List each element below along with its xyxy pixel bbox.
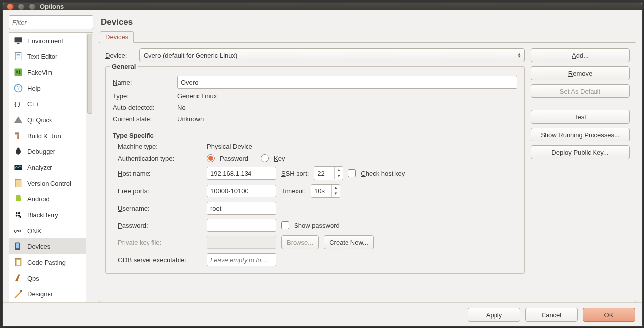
category-label: Help [27, 85, 41, 92]
machine-type-label: Machine type: [118, 143, 202, 150]
password-label: Password: [118, 222, 202, 229]
category-item[interactable]: { }C++ [9, 96, 86, 112]
category-item[interactable]: Debugger [9, 143, 86, 159]
designer-icon [13, 289, 23, 299]
auth-type-label: Authentication type: [118, 155, 202, 162]
category-item[interactable]: Build & Run [9, 128, 86, 143]
filter-input[interactable] [9, 15, 93, 29]
scrollbar-thumb[interactable] [87, 34, 92, 114]
show-password-label: Show password [294, 222, 340, 229]
check-host-key-checkbox[interactable] [348, 169, 356, 177]
add-button[interactable]: Add... [531, 48, 630, 62]
ok-button[interactable]: OK [583, 308, 635, 322]
show-password-checkbox[interactable] [281, 221, 289, 229]
svg-marker-11 [14, 116, 23, 123]
category-item[interactable]: Version Control [9, 175, 86, 191]
create-new-button[interactable]: Create New... [324, 235, 374, 249]
category-item[interactable]: QNXQNX [9, 223, 86, 238]
timeout-spin[interactable]: 10s ▲▼ [311, 184, 340, 198]
category-label: Devices [27, 243, 50, 250]
host-field[interactable] [207, 167, 276, 180]
show-processes-button[interactable]: Show Running Processes... [531, 128, 630, 141]
ssh-port-spin[interactable]: 22 ▲▼ [314, 166, 343, 180]
password-field[interactable] [207, 219, 276, 232]
category-item[interactable]: Qt Quick [9, 112, 86, 128]
category-label: QNX [27, 227, 41, 234]
category-item[interactable]: Designer [9, 286, 86, 302]
category-item[interactable]: Android [9, 191, 86, 207]
device-combo[interactable]: Overo (default for Generic Linux) ▲▼ [139, 48, 525, 62]
sidebar: EnvironmentText EditorViFakeVim?Help{ }C… [9, 15, 93, 302]
category-scrollbar[interactable] [86, 33, 93, 302]
general-groupbox: General Name: Type: Generic Linux Auto-d… [105, 66, 525, 274]
svg-text:QNX: QNX [14, 229, 22, 233]
name-label: Name: [113, 79, 172, 86]
category-item[interactable]: Analyzer [9, 159, 86, 175]
general-legend: General [110, 63, 138, 70]
host-label: Host name: [118, 170, 202, 177]
vcs-icon [13, 178, 23, 188]
category-label: Environment [27, 37, 63, 45]
window-maximize-icon[interactable] [29, 3, 36, 10]
ssh-port-value: 22 [314, 170, 334, 177]
timeout-value: 10s [311, 187, 331, 195]
titlebar[interactable]: Options [3, 3, 642, 10]
category-item[interactable]: ViFakeVim [9, 64, 86, 80]
svg-rect-0 [15, 37, 22, 42]
category-item[interactable]: ?Help [9, 80, 86, 96]
gdb-label: GDB server executable: [118, 256, 202, 264]
gdb-field[interactable] [207, 253, 276, 266]
category-item[interactable]: Environment [9, 33, 86, 48]
cancel-button[interactable]: Cancel [525, 308, 578, 322]
category-label: Version Control [27, 180, 71, 187]
name-field[interactable] [177, 76, 517, 89]
device-combo-value: Overo (default for Generic Linux) [144, 52, 237, 59]
category-label: Code Pasting [27, 259, 66, 266]
category-list[interactable]: EnvironmentText EditorViFakeVim?Help{ }C… [9, 33, 86, 302]
category-item[interactable]: Devices [9, 238, 86, 254]
auth-password-radio[interactable] [207, 154, 215, 162]
svg-rect-28 [16, 243, 19, 248]
type-label: Type: [113, 93, 172, 100]
svg-rect-2 [15, 53, 21, 60]
svg-point-22 [18, 212, 20, 214]
window-minimize-icon[interactable] [18, 3, 25, 10]
remove-button[interactable]: Remove [531, 66, 630, 80]
category-item[interactable]: Qbs [9, 270, 86, 286]
auth-key-radio[interactable] [261, 154, 269, 162]
blackberry-icon [13, 210, 23, 220]
svg-text:{ }: { } [14, 100, 21, 107]
username-field[interactable] [207, 202, 276, 215]
apply-button[interactable]: Apply [468, 308, 520, 322]
free-ports-field[interactable] [207, 185, 276, 197]
android-icon [13, 194, 23, 204]
username-label: Username: [118, 205, 202, 212]
category-item[interactable]: BlackBerry [9, 207, 86, 223]
type-specific-header: Type Specific [113, 132, 517, 139]
chevron-down-icon[interactable]: ▼ [332, 191, 340, 197]
tab-devices[interactable]: Devices [100, 31, 134, 43]
ssh-port-label: SSH port: [281, 170, 309, 177]
chevron-down-icon[interactable]: ▼ [335, 173, 343, 179]
category-label: Analyzer [27, 164, 52, 171]
category-list-container: EnvironmentText EditorViFakeVim?Help{ }C… [9, 32, 93, 302]
deploy-key-button[interactable]: Deploy Public Key... [531, 145, 630, 159]
client-area: EnvironmentText EditorViFakeVim?Help{ }C… [3, 10, 642, 327]
document-icon [13, 51, 23, 61]
svg-point-25 [19, 216, 21, 218]
auth-key-radio-label: Key [274, 155, 285, 162]
options-dialog: Options EnvironmentText EditorViFakeVim?… [2, 2, 643, 327]
chevron-up-icon[interactable]: ▲ [335, 167, 343, 173]
qtquick-icon [13, 115, 23, 125]
category-item[interactable]: Text Editor [9, 48, 86, 64]
fakevim-icon: Vi [13, 67, 23, 77]
test-button[interactable]: Test [531, 110, 630, 124]
category-item[interactable]: Code Pasting [9, 254, 86, 270]
category-label: Text Editor [27, 53, 57, 60]
chevron-up-icon[interactable]: ▲ [332, 185, 340, 191]
machine-type-value: Physical Device [207, 143, 517, 150]
svg-rect-31 [18, 275, 20, 276]
svg-rect-32 [20, 290, 22, 292]
state-value: Unknown [177, 115, 517, 123]
window-close-icon[interactable] [7, 3, 14, 10]
